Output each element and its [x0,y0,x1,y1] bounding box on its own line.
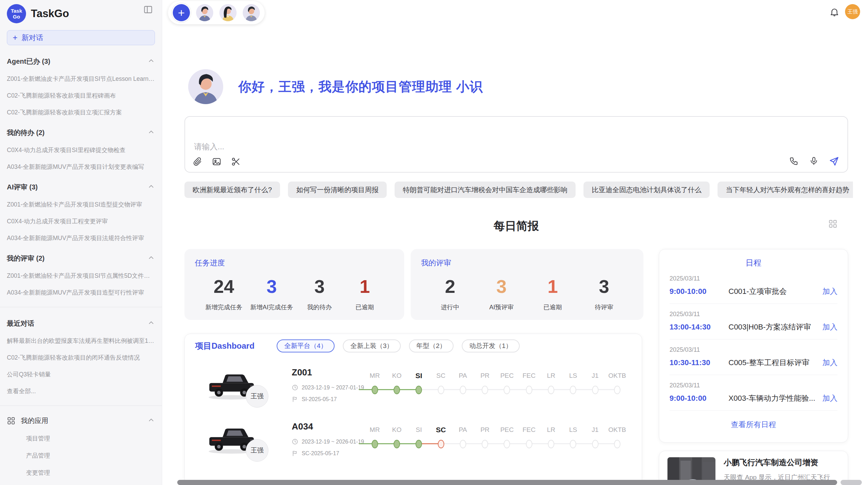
schedule-date: 2025/03/11 [670,346,837,353]
project-milestone-flag: SC-2025-05-17 [292,450,339,457]
sidebar-item[interactable]: Z001-全新燃油轻卡产品开发项目SI节点属性5D文件评审 [7,272,155,280]
send-icon[interactable] [829,156,839,166]
sidebar-item[interactable]: A034-全新新能源MUV产品开发项目造型可行性评审 [7,288,155,297]
milestone-dot[interactable] [614,440,620,448]
sidebar-section-header[interactable]: 我的评审 (2) [7,254,155,263]
milestone-dot[interactable] [570,440,576,448]
sidebar-item[interactable]: C02-飞腾新能源轻客改款项目的闭环通告反馈情况 [7,353,155,362]
milestone-dot[interactable] [526,440,532,448]
milestone-dot[interactable] [548,440,554,448]
mic-icon[interactable] [809,156,819,166]
suggestion-chip[interactable]: 欧洲新规最近颁布了什么? [184,182,280,198]
paperclip-icon[interactable] [193,157,202,166]
milestone-dot[interactable] [415,440,422,448]
sidebar-item[interactable]: A034-全新新能源MUV产品开发项目法规符合性评审 [7,234,155,242]
suggestion-chip[interactable]: 如何写一份清晰的项目周报 [288,182,387,198]
milestone-dot[interactable] [548,386,554,394]
sidebar-item[interactable]: C0X4-动力总成开发项目工程变更评审 [7,217,155,225]
join-link[interactable]: 加入 [822,393,837,403]
chevron-up-icon[interactable] [147,128,155,137]
sidebar-item[interactable]: Z001-全新燃油皮卡产品开发项目SI节点Lesson Learn报告 [7,75,155,83]
chevron-up-icon[interactable] [147,319,155,328]
sidebar-section-header[interactable]: AI评审 (3) [7,183,155,192]
milestone-label: PR [474,371,496,380]
milestone-dot[interactable] [372,440,378,448]
milestone-dot[interactable] [460,386,466,394]
sidebar-section-header[interactable]: Agent已办 (3) [7,57,155,66]
bell-icon[interactable] [829,7,840,17]
milestone-dot[interactable] [504,440,510,448]
sidebar-item[interactable]: C02-飞腾新能源轻客改款项目里程碑画布 [7,91,155,100]
agent-avatar-2[interactable] [219,4,237,21]
layout-grid-icon[interactable] [828,219,837,228]
schedule-time: 13:00-14:30 [670,323,728,332]
milestone-dot[interactable] [372,386,378,394]
agent-avatar-3[interactable] [243,4,260,21]
sidebar-app-item[interactable]: 项目管理 [26,434,155,443]
view-all-schedule-link[interactable]: 查看所有日程 [670,420,837,430]
suggestion-chip[interactable]: 特朗普可能对进口汽车增税会对中国车企造成哪些影响 [395,182,576,198]
dashboard-tab[interactable]: 全新平台（4） [277,339,335,352]
chevron-up-icon[interactable] [147,416,155,425]
scissors-icon[interactable] [231,157,241,166]
milestone-dot[interactable] [592,440,599,448]
schedule-name: C005-整车工程目标评审 [728,358,818,368]
chat-input[interactable]: 请输入... [184,116,848,173]
project-dates-text: 2023-12-19 ~ 2027-01-19 [302,385,364,391]
sidebar-item-my-apps[interactable]: 我的应用 [7,416,155,425]
task-progress-stats: 24新增完成任务3新增AI完成任务3我的待办1已逾期 [195,276,394,311]
milestone-dot[interactable] [570,386,576,394]
milestone-dot[interactable] [482,386,488,394]
join-link[interactable]: 加入 [822,322,837,332]
milestone-dot[interactable] [438,386,444,394]
agent-avatar-1[interactable] [196,4,213,21]
suggestion-chip[interactable]: 比亚迪全固态电池计划具体说了什么 [583,182,710,198]
chevron-up-icon[interactable] [147,183,155,192]
dashboard-tab[interactable]: 动总开发（1） [462,339,520,352]
join-link[interactable]: 加入 [822,286,837,297]
schedule-card: 日程 2025/03/119:00-10:00C001-立项审批会加入2025/… [659,249,848,443]
milestone-dot[interactable] [394,440,400,448]
my-review-card: 我的评审 2进行中3AI预评审1已逾期3待评审 [411,249,643,320]
add-agent-button[interactable]: + [173,4,190,21]
milestone-dot[interactable] [504,386,510,394]
horizontal-scrollbar[interactable] [177,480,837,485]
sidebar-item[interactable]: C02-飞腾新能源轻客改款项目立项汇报方案 [7,108,155,116]
sidebar-item[interactable]: 查看全部... [7,387,155,395]
schedule-date: 2025/03/11 [670,275,837,282]
sidebar-item[interactable]: 解释最新出台的欧盟报废车法规再生塑料比例被调至15%... [7,337,155,345]
sidebar-section-header[interactable]: 我的待办 (2) [7,128,155,137]
milestone-label: OKTB [606,425,628,434]
schedule-date: 2025/03/11 [670,382,837,389]
new-chat-button[interactable]: + 新对话 [7,30,155,45]
sidebar-item[interactable]: C0X4-动力总成开发项目SI里程碑提交物检查 [7,146,155,154]
phone-icon[interactable] [789,156,799,166]
clock-icon [292,438,298,445]
milestone-dot[interactable] [460,440,466,448]
chevron-up-icon[interactable] [147,254,155,263]
sidebar-section-header[interactable]: 最近对话 [7,319,155,328]
image-icon[interactable] [212,157,221,166]
dashboard-tab[interactable]: 全新上装（3） [343,339,401,352]
chevron-up-icon[interactable] [147,57,155,66]
sidebar-item[interactable]: Z001-全新燃油轻卡产品开发项目SI造型提交物评审 [7,200,155,209]
milestone-dot[interactable] [394,386,400,394]
sidebar-item[interactable]: 公司Q3轻卡销量 [7,370,155,378]
milestone-dot[interactable] [592,386,599,394]
app-window: Task Go TaskGo + 新对话 Agent已办 (3)Z001-全新燃… [0,0,868,485]
user-avatar[interactable]: 王强 [845,4,860,19]
milestone-track: MRKOSISCPAPRPECFECLRLSJ1OKTB [364,425,628,448]
suggestion-chip[interactable]: 当下年轻人对汽车外观有怎样的喜好趋势 [718,182,853,198]
dashboard-tab[interactable]: 年型（2） [409,339,454,352]
milestone-dot[interactable] [482,440,488,448]
milestone: KO [386,371,408,394]
milestone-dot[interactable] [415,386,422,394]
milestone-dot[interactable] [438,440,444,448]
join-link[interactable]: 加入 [822,358,837,368]
milestone-dot[interactable] [526,386,532,394]
milestone-dot[interactable] [614,386,620,394]
sidebar-collapse-icon[interactable] [143,5,153,14]
sidebar-item[interactable]: A034-全新新能源MUV产品开发项目计划变更表编写 [7,163,155,171]
sidebar-app-item[interactable]: 变更管理 [26,469,155,477]
sidebar-app-item[interactable]: 产品管理 [26,451,155,460]
